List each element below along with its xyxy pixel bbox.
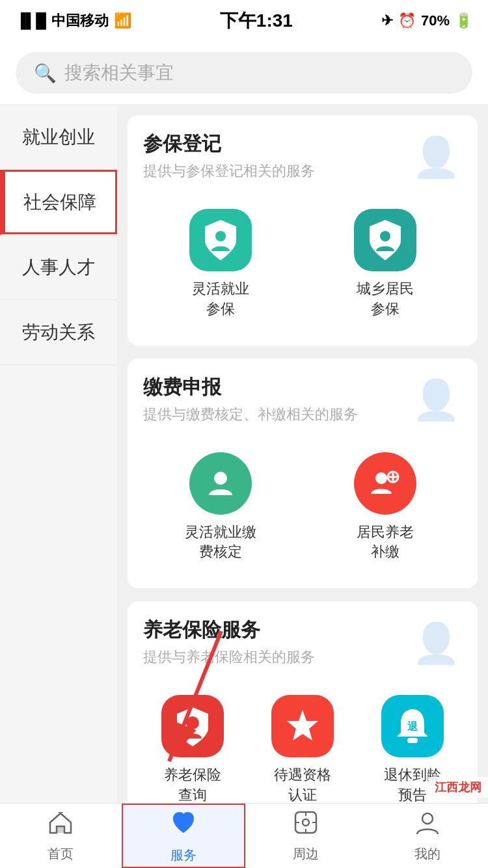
service-icon [169,808,198,843]
svg-rect-10 [407,738,418,743]
sidebar: 就业创业 社会保障 人事人才 劳动关系 [0,105,117,868]
nav-home[interactable]: 首页 [0,804,122,868]
icon-resident-pension[interactable]: 居民养老 补缴 [303,442,467,573]
status-carrier: ▐▌█ 中国移动 📶 [16,11,131,31]
bottom-nav: 首页 服务 周边 我的 [0,803,488,868]
svg-point-0 [215,231,226,241]
benefit-cert-icon [271,695,334,757]
location-icon: ✈ [381,12,393,29]
section-payment-desc: 提供与缴费核定、补缴相关的服务 [143,405,358,424]
sidebar-item-label: 劳动关系 [22,320,95,345]
sidebar-item-label: 就业创业 [22,125,95,150]
svg-point-1 [380,231,390,241]
rural-reg-icon [354,209,416,271]
status-right: ✈ ⏰ 70% 🔋 [381,12,472,29]
battery-level: 70% [421,12,450,29]
content-area: 参保登记 提供与参保登记相关的服务 👤 灵活就业 参保 [117,105,488,868]
wifi-icon: 📶 [114,12,131,29]
section-payment: 缴费申报 提供与缴费核定、补缴相关的服务 👤 灵活就业缴 费核定 [128,359,478,589]
sidebar-item-label: 社会保障 [23,190,96,215]
section-registration-desc: 提供与参保登记相关的服务 [143,161,315,181]
section-registration: 参保登记 提供与参保登记相关的服务 👤 灵活就业 参保 [128,115,478,346]
nav-mine[interactable]: 我的 [367,804,489,868]
svg-marker-9 [287,710,318,740]
sidebar-item-labor[interactable]: 劳动关系 [0,300,117,365]
signal-icon: ▐▌█ [16,12,46,29]
watermark: 江西龙网 [428,777,488,798]
section-payment-header: 缴费申报 提供与缴费核定、补缴相关的服务 👤 [128,359,478,431]
pension-query-icon [161,695,224,757]
svg-point-20 [303,819,309,826]
search-placeholder: 搜索相关事宜 [64,61,174,85]
svg-rect-18 [58,812,63,813]
nav-nearby[interactable]: 周边 [245,804,367,868]
icon-flexible-payment[interactable]: 灵活就业缴 费核定 [138,442,303,573]
section-pension-desc: 提供与养老保险相关的服务 [143,647,315,667]
alarm-icon: ⏰ [398,12,416,29]
nav-service-label: 服务 [170,847,197,864]
icon-rural-registration[interactable]: 城乡居民 参保 [303,198,467,330]
pension-deco-icon: 👤 [410,617,462,669]
sidebar-item-label: 人事人才 [22,255,95,280]
search-icon: 🔍 [34,62,57,84]
icon-benefit-cert[interactable]: 待遇资格 认证 [248,685,358,816]
search-bar: 🔍 搜索相关事宜 [0,42,488,105]
section-registration-title: 参保登记 [143,131,315,157]
svg-point-2 [214,472,227,485]
icon-pension-query[interactable]: 养老保险 查询 [138,685,248,816]
rural-reg-label: 城乡居民 参保 [357,279,414,319]
nearby-icon [293,809,319,841]
flexible-payment-icon [189,452,252,515]
sidebar-item-personnel[interactable]: 人事人才 [0,235,117,300]
flexible-reg-label: 灵活就业 参保 [192,279,249,319]
icon-flexible-registration[interactable]: 灵活就业 参保 [138,198,303,330]
retirement-notice-icon: 退 [381,695,444,757]
section-deco-icon: 👤 [410,131,462,183]
payment-icon-grid: 灵活就业缴 费核定 居民养老 补缴 [128,431,478,589]
section-registration-header: 参保登记 提供与参保登记相关的服务 👤 [128,115,478,188]
nav-nearby-label: 周边 [293,845,319,863]
flexible-payment-label: 灵活就业缴 费核定 [185,522,256,563]
section-pension-title: 养老保险服务 [143,617,315,644]
status-bar: ▐▌█ 中国移动 📶 下午1:31 ✈ ⏰ 70% 🔋 [0,0,488,42]
section-pension-header: 养老保险服务 提供与养老保险相关的服务 👤 [128,601,478,674]
home-icon [47,809,74,841]
main-layout: 就业创业 社会保障 人事人才 劳动关系 参保登记 提供与参保登记相关的服务 👤 [0,105,488,868]
status-time: 下午1:31 [220,8,293,33]
nav-mine-label: 我的 [414,845,441,863]
svg-rect-17 [57,826,64,833]
battery-icon: 🔋 [455,12,472,29]
search-input[interactable]: 🔍 搜索相关事宜 [16,52,472,94]
benefit-cert-label: 待遇资格 认证 [274,765,331,806]
nav-service[interactable]: 服务 [122,804,246,868]
flexible-reg-icon [189,209,252,271]
resident-pension-icon [354,452,416,515]
sidebar-item-employment[interactable]: 就业创业 [0,105,117,170]
nav-home-label: 首页 [47,845,74,863]
svg-rect-3 [215,490,226,493]
carrier-name: 中国移动 [51,11,109,31]
section-payment-title: 缴费申报 [143,374,358,401]
mine-icon [414,809,441,841]
svg-text:退: 退 [407,720,418,732]
svg-point-4 [375,472,387,484]
pension-query-label: 养老保险 查询 [164,765,221,806]
svg-point-8 [186,716,199,729]
sidebar-item-social-security[interactable]: 社会保障 [0,170,117,235]
svg-point-25 [422,813,433,824]
resident-pension-label: 居民养老 补缴 [357,522,414,563]
payment-deco-icon: 👤 [410,374,462,426]
registration-icon-grid: 灵活就业 参保 城乡居民 参保 [128,188,478,346]
